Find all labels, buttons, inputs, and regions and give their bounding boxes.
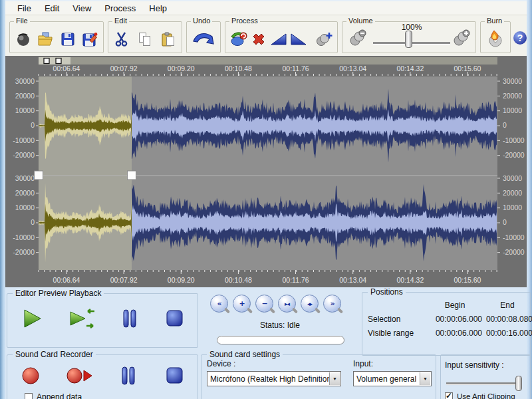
time-label: 00:07.92 bbox=[110, 276, 138, 284]
sound-card-settings-group: Sound card settings Device : Micrófono (… bbox=[201, 354, 436, 399]
delete-button[interactable] bbox=[249, 29, 267, 49]
positions-selection-label: Selection bbox=[368, 315, 428, 324]
input-dropdown[interactable]: Volumen general ▼ bbox=[353, 371, 432, 386]
toolbar-group-file: File bbox=[9, 21, 104, 53]
menu-bar: File Edit View Process Help bbox=[5, 1, 527, 15]
visible-begin-value: 00:00:06.000 bbox=[428, 329, 482, 338]
anti-clipping-checkbox[interactable] bbox=[445, 392, 453, 399]
window-border-left bbox=[0, 0, 5, 399]
toolbar-group-volume-label: Volume bbox=[346, 17, 375, 25]
settings-group-label: Sound card settings bbox=[207, 350, 283, 359]
overview-marker-1[interactable] bbox=[44, 59, 49, 64]
toolbar-group-process-label: Process bbox=[229, 17, 260, 25]
zoom-previous-button[interactable]: « bbox=[210, 295, 228, 313]
time-label: 00:13.04 bbox=[339, 65, 366, 72]
burn-button[interactable] bbox=[485, 29, 505, 49]
fade-out-button[interactable] bbox=[289, 29, 307, 49]
selection-handle-end[interactable] bbox=[128, 171, 136, 180]
time-label: 00:07.92 bbox=[110, 65, 138, 72]
menu-edit[interactable]: Edit bbox=[38, 3, 66, 14]
recorder-group: Sound Card Recorder bbox=[7, 354, 198, 399]
time-label: 00:15.60 bbox=[454, 276, 481, 284]
record-button[interactable] bbox=[19, 364, 42, 390]
help-icon: ? bbox=[512, 30, 528, 46]
input-dropdown-arrow-icon[interactable]: ▼ bbox=[420, 372, 430, 385]
preview-pause-button[interactable] bbox=[118, 307, 141, 332]
preview-play-selection-button[interactable] bbox=[66, 307, 96, 332]
cut-icon bbox=[113, 31, 130, 48]
save-button[interactable] bbox=[59, 29, 77, 49]
mix-button[interactable] bbox=[315, 29, 333, 49]
recorder-group-label: Sound Card Recorder bbox=[13, 350, 96, 359]
menu-process[interactable]: Process bbox=[98, 3, 142, 14]
sensitivity-slider[interactable] bbox=[446, 382, 522, 384]
cut-button[interactable] bbox=[112, 29, 132, 49]
append-data-checkbox[interactable] bbox=[25, 393, 33, 399]
fade-in-icon bbox=[270, 31, 287, 48]
time-label: 00:06.64 bbox=[53, 276, 80, 284]
toolbar-group-file-label: File bbox=[14, 17, 30, 25]
visible-end-value: 00:00:16.000 bbox=[482, 329, 532, 338]
volume-up-icon bbox=[452, 29, 471, 47]
zoom-all-button[interactable]: ◂▸ bbox=[301, 295, 319, 313]
toolbar-group-edit-label: Edit bbox=[112, 17, 129, 25]
zoom-in-button[interactable]: + bbox=[233, 295, 251, 313]
selection-begin-value: 00:00:06.000 bbox=[428, 315, 482, 324]
svg-text:-20000: -20000 bbox=[13, 151, 35, 159]
volume-up-button[interactable] bbox=[452, 29, 471, 50]
device-dropdown[interactable]: Micrófono (Realtek High Definition ▼ bbox=[207, 371, 341, 386]
playback-group-label: Editor Preview Playback bbox=[13, 289, 104, 298]
open-button[interactable] bbox=[37, 29, 55, 49]
waveform-editor[interactable]: 00:06.6400:07.9200:09.2000:10.4800:11.76… bbox=[5, 56, 527, 287]
paste-button[interactable] bbox=[158, 29, 178, 49]
plot-selected-region[interactable] bbox=[39, 76, 132, 270]
stop-icon bbox=[163, 364, 186, 387]
undo-button[interactable] bbox=[191, 29, 215, 49]
append-data-label: Append data bbox=[37, 392, 82, 399]
new-record-button[interactable] bbox=[14, 29, 33, 49]
zoom-selection-button[interactable]: ▸◂ bbox=[278, 295, 296, 313]
new-record-icon bbox=[15, 31, 32, 48]
svg-text:30000: 30000 bbox=[503, 174, 522, 182]
menu-file[interactable]: File bbox=[11, 3, 38, 14]
input-value: Volumen general bbox=[356, 374, 416, 384]
sensitivity-slider-thumb[interactable] bbox=[515, 376, 522, 391]
toolbar-group-undo: Undo bbox=[186, 21, 221, 53]
time-label: 00:09.20 bbox=[168, 276, 195, 284]
open-icon bbox=[37, 31, 54, 48]
svg-text:20000: 20000 bbox=[503, 189, 522, 197]
help-button[interactable]: ? bbox=[512, 30, 528, 46]
selection-handle-start[interactable] bbox=[35, 171, 43, 180]
positions-group: Positions Begin End Selection 00:00:06.0… bbox=[362, 292, 531, 356]
preview-play-button[interactable] bbox=[19, 307, 45, 332]
svg-text:-10000: -10000 bbox=[503, 136, 525, 144]
positions-visible-label: Visible range bbox=[368, 329, 428, 338]
menu-view[interactable]: View bbox=[66, 3, 98, 14]
toolbar-group-burn-label: Burn bbox=[485, 17, 504, 25]
overview-marker-2[interactable] bbox=[56, 59, 61, 64]
overview-bar[interactable] bbox=[39, 57, 497, 65]
time-label: 00:14.32 bbox=[396, 276, 424, 284]
toolbar-group-edit: Edit bbox=[108, 21, 182, 53]
record-play-button[interactable] bbox=[65, 364, 94, 390]
recorder-stop-button[interactable] bbox=[163, 364, 186, 390]
save-as-button[interactable] bbox=[81, 29, 100, 49]
volume-slider-thumb[interactable] bbox=[405, 31, 412, 48]
zoom-controls: « + − ▸◂ ◂▸ » bbox=[210, 295, 341, 313]
fade-in-button[interactable] bbox=[269, 29, 287, 49]
zoom-out-button[interactable]: − bbox=[255, 295, 273, 313]
toolbar-group-process: Process bbox=[225, 21, 338, 53]
menu-help[interactable]: Help bbox=[142, 3, 174, 14]
convert-button[interactable] bbox=[229, 29, 247, 49]
preview-stop-button[interactable] bbox=[163, 307, 186, 332]
copy-button[interactable] bbox=[136, 29, 155, 49]
mix-icon bbox=[315, 31, 333, 48]
zoom-next-button[interactable]: » bbox=[323, 295, 341, 313]
svg-text:-20000: -20000 bbox=[503, 151, 525, 159]
device-dropdown-arrow-icon[interactable]: ▼ bbox=[329, 372, 340, 385]
recorder-pause-button[interactable] bbox=[117, 364, 140, 390]
preview-play-icon bbox=[66, 307, 96, 330]
input-sensitivity-group: Input sensitivity : Use Anti Clipping bbox=[440, 354, 531, 399]
volume-down-button[interactable] bbox=[348, 29, 368, 50]
svg-text:-10000: -10000 bbox=[13, 136, 35, 144]
